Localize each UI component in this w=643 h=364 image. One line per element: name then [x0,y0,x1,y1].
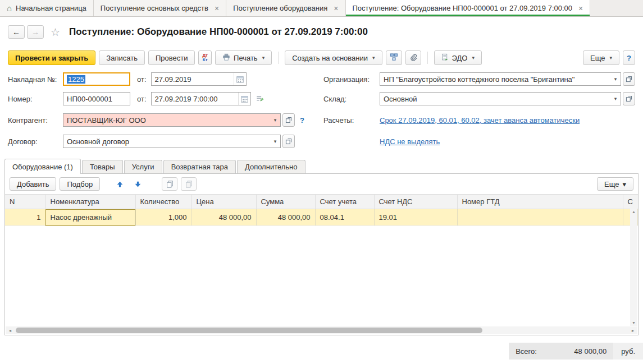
invoice-date-label: от: [137,75,147,84]
tab-equipment[interactable]: Оборудование (1) [4,159,81,174]
paste-row-icon[interactable] [181,177,197,191]
col-header-country[interactable]: С [623,195,638,209]
back-button[interactable]: ← [8,25,25,39]
scroll-up-icon[interactable]: ▲ [632,209,636,215]
pick-button[interactable]: Подбор [60,177,100,191]
calendar-icon[interactable] [238,93,250,105]
col-header-gtd[interactable]: Номер ГТД [457,195,623,209]
post-button[interactable]: Провести [148,50,195,65]
add-row-button[interactable]: Добавить [10,177,56,191]
open-contract-icon[interactable] [282,135,295,148]
move-up-icon[interactable] [112,177,127,191]
cell-vat-account[interactable]: 19.01 [374,209,457,226]
command-toolbar: Провести и закрыть Записать Провести ДтК… [0,47,643,71]
total-value: 48 000,00 [574,347,606,356]
form-left-column: Накладная №: 1225 от: 27.09.2019 Номер: … [8,72,309,154]
cell-sum[interactable]: 48 000,00 [256,209,315,226]
favorite-star-icon[interactable]: ☆ [51,26,60,39]
close-icon[interactable]: × [578,4,583,13]
col-header-quantity[interactable]: Количество [135,195,191,209]
help-button[interactable]: ? [623,50,635,65]
chevron-down-icon[interactable]: ▾ [610,55,613,61]
contract-combo[interactable]: Основной договор ▾ [63,135,281,148]
horizontal-scrollbar[interactable]: ◄ ► [6,326,637,334]
toolbar-right-group: Еще ▾ ? [583,50,635,65]
more-button[interactable]: Еще ▾ [583,50,619,65]
col-header-price[interactable]: Цена [191,195,256,209]
chevron-down-icon[interactable]: ▾ [372,55,375,61]
tab-services[interactable]: Услуги [124,160,162,173]
scrollbar-track[interactable] [15,326,628,334]
close-icon[interactable]: × [334,4,338,13]
copy-row-icon[interactable] [162,177,177,191]
tab-goods[interactable]: Товары [82,160,123,173]
organization-combo[interactable]: НП "Благоустройство коттеджного поселка … [380,72,621,86]
chevron-down-icon[interactable]: ▾ [262,55,265,61]
attachments-button[interactable] [405,50,421,65]
edo-button[interactable]: ЭДО ▾ [434,50,482,65]
counterparty-label: Контрагент: [8,116,63,125]
cell-gtd[interactable] [457,209,623,226]
tab-current-document[interactable]: Поступление: Оборудование НП00-000001 от… [346,0,591,16]
tab-home[interactable]: ⌂ Начальная страница [0,0,94,16]
chevron-down-icon[interactable]: ▾ [270,139,280,144]
table-row[interactable]: 1 Насос дренажный 1,000 48 000,00 48 000… [5,209,638,226]
invoice-number-input[interactable]: 1225 [63,72,130,86]
create-based-on-button[interactable]: Создать на основании ▾ [285,50,382,65]
edit-list-icon[interactable] [256,95,264,103]
scroll-left-icon[interactable]: ◄ [6,329,15,333]
scroll-down-icon[interactable]: ▼ [632,320,636,326]
counterparty-combo[interactable]: ПОСТАВЩИК-ЮГ ООО ▾ [63,113,281,127]
calendar-icon[interactable] [234,73,246,85]
document-date-input[interactable]: 27.09.2019 7:00:00 [151,92,251,105]
tab-fixed-assets-receipt[interactable]: Поступление основных средств × [94,0,226,16]
vertical-scrollbar[interactable]: ▲ ▼ [630,209,637,326]
document-header-form: Накладная №: 1225 от: 27.09.2019 Номер: … [0,71,643,158]
chevron-down-icon[interactable]: ▾ [472,55,475,61]
chevron-down-icon[interactable]: ▾ [610,76,621,82]
scroll-right-icon[interactable]: ► [628,329,637,333]
cell-n[interactable]: 1 [5,209,45,226]
cell-price[interactable]: 48 000,00 [191,209,256,226]
save-button[interactable]: Записать [99,50,145,65]
printer-icon [222,53,230,62]
tab-equipment-receipt[interactable]: Поступление оборудования × [226,0,345,16]
open-counterparty-icon[interactable] [282,113,295,127]
counterparty-help-icon[interactable]: ? [300,116,304,125]
cell-nomenclature[interactable]: Насос дренажный [45,209,135,226]
close-icon[interactable]: × [215,4,219,13]
tab-returnable-packaging[interactable]: Возвратная тара [163,160,236,173]
tab-additional[interactable]: Дополнительно [237,160,305,173]
col-header-n[interactable]: N [5,195,45,209]
toolbar-separator [278,52,279,64]
structure-icon [390,53,398,63]
move-down-icon[interactable] [130,177,145,191]
dtkt-button[interactable]: ДтКт [198,50,212,65]
col-header-sum[interactable]: Сумма [256,195,315,209]
vat-link[interactable]: НДС не выделять [380,137,440,146]
table-more-button[interactable]: Еще ▾ [597,177,633,191]
chevron-down-icon[interactable]: ▾ [622,180,626,188]
document-number-label: Номер: [8,95,63,103]
open-organization-icon[interactable] [623,72,635,86]
related-documents-button[interactable] [386,50,402,65]
forward-button[interactable]: → [27,25,44,39]
tab-label: Поступление: Оборудование НП00-000001 от… [353,4,573,12]
post-and-close-button[interactable]: Провести и закрыть [8,50,95,65]
chevron-down-icon[interactable]: ▾ [610,96,621,102]
col-header-account[interactable]: Счет учета [315,195,374,209]
settlements-link[interactable]: Срок 27.09.2019, 60.01, 60.02, зачет ава… [380,116,580,125]
open-warehouse-icon[interactable] [623,92,635,105]
col-header-nomenclature[interactable]: Номенклатура [45,195,135,209]
col-header-vat-account[interactable]: Счет НДС [374,195,457,209]
document-number-input[interactable]: НП00-000001 [63,92,130,105]
document-date-label: от: [137,95,147,103]
cell-account[interactable]: 08.04.1 [315,209,374,226]
invoice-number-label: Накладная №: [8,75,63,84]
chevron-down-icon[interactable]: ▾ [270,117,280,123]
invoice-date-input[interactable]: 27.09.2019 [151,72,247,86]
warehouse-combo[interactable]: Основной ▾ [380,92,621,105]
cell-quantity[interactable]: 1,000 [135,209,191,226]
scrollbar-thumb[interactable] [16,328,482,333]
print-button[interactable]: Печать ▾ [215,50,272,65]
